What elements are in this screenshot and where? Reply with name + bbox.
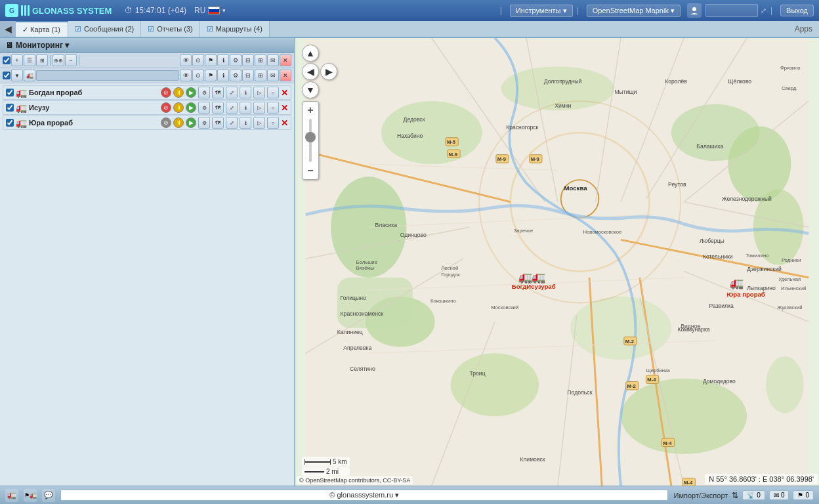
bogdan-circle-btn[interactable]: ○ bbox=[267, 87, 279, 98]
target-btn[interactable]: ⊙ bbox=[192, 54, 204, 66]
vehicle-yura-checkbox[interactable] bbox=[6, 119, 14, 127]
zoom-slider[interactable]: + − bbox=[302, 101, 319, 180]
tab-messages[interactable]: ☑ Сообщения (2) bbox=[68, 21, 141, 37]
exit-button[interactable]: Выход bbox=[780, 5, 814, 16]
isuzu-pause-btn[interactable]: ⏸ bbox=[173, 102, 184, 113]
svg-text:Виднoe: Виднoe bbox=[681, 323, 700, 329]
pan-down-button[interactable]: ▼ bbox=[302, 81, 319, 98]
svg-point-0 bbox=[692, 7, 696, 11]
grid2-btn[interactable]: ⊞ bbox=[255, 70, 266, 81]
tab-reports[interactable]: ☑ Отчеты (3) bbox=[141, 21, 200, 37]
vehicle-isuzu-checkbox[interactable] bbox=[6, 104, 14, 112]
svg-text:🚛: 🚛 bbox=[532, 270, 546, 284]
select-all-checkbox[interactable] bbox=[3, 56, 10, 64]
yura-track-btn[interactable]: ⤢ bbox=[226, 117, 238, 129]
isuzu-play-btn[interactable]: ▶ bbox=[186, 102, 196, 113]
svg-text:Подольск: Подольск bbox=[567, 389, 592, 396]
yura-info-btn[interactable]: ℹ bbox=[240, 117, 251, 129]
tab-back-button[interactable]: ◀ bbox=[0, 21, 16, 37]
isuzu-delete-btn[interactable]: ✕ bbox=[281, 103, 288, 113]
lang-dropdown-icon[interactable]: ▾ bbox=[222, 7, 226, 14]
expand-icon[interactable]: ⤢ bbox=[761, 7, 766, 15]
minus-btn[interactable]: − bbox=[65, 54, 77, 66]
gear-btn[interactable]: ⚙ bbox=[230, 54, 242, 66]
eye2-btn[interactable]: 👁 bbox=[180, 70, 192, 81]
yura-delete-btn[interactable]: ✕ bbox=[281, 118, 288, 128]
list-btn[interactable]: ☰ bbox=[24, 54, 35, 66]
map-provider-button[interactable]: OpenStreetMap Mapnik ▾ bbox=[587, 5, 681, 17]
add-btn[interactable]: + bbox=[11, 54, 23, 66]
isuzu-map-btn[interactable]: 🗺 bbox=[212, 102, 224, 114]
bogdan-track-btn[interactable]: ⤢ bbox=[226, 87, 238, 98]
flag2-btn[interactable]: ⚑ bbox=[205, 70, 217, 81]
tools-menu-button[interactable]: Инструменты ▾ bbox=[510, 5, 573, 17]
isuzu-anim-btn[interactable]: ▷ bbox=[253, 102, 265, 114]
yura-circle-btn[interactable]: ○ bbox=[267, 117, 279, 129]
pan-up-button[interactable]: ▲ bbox=[302, 45, 319, 62]
vehicle-bogdan-checkbox[interactable] bbox=[6, 89, 14, 96]
flag-btn[interactable]: ⚑ bbox=[205, 54, 217, 66]
collapse-btn[interactable]: ▼ bbox=[11, 70, 23, 81]
tabbar: ◀ ✓ Карта (1) ☑ Сообщения (2) ☑ Отчеты (… bbox=[0, 21, 819, 38]
info2-btn[interactable]: ℹ bbox=[217, 70, 229, 81]
bogdan-stop-btn[interactable]: ⊘ bbox=[161, 87, 171, 98]
group-checkbox[interactable] bbox=[3, 72, 10, 79]
status-counter-1[interactable]: 📡 0 bbox=[742, 490, 765, 500]
import-export-label[interactable]: Импорт/Экспорт bbox=[673, 492, 728, 499]
pan-right-button[interactable]: ▶ bbox=[320, 63, 337, 80]
sms2-btn[interactable]: ✉ bbox=[267, 70, 279, 81]
bogdan-delete-btn[interactable]: ✕ bbox=[281, 88, 288, 98]
bogdan-info-btn[interactable]: ℹ bbox=[240, 87, 251, 98]
grid-btn[interactable]: ⊞ bbox=[255, 54, 266, 66]
yura-stop-btn[interactable]: ⊘ bbox=[161, 117, 171, 128]
bogdan-play-btn[interactable]: ▶ bbox=[186, 87, 196, 98]
yura-map-btn[interactable]: 🗺 bbox=[212, 117, 224, 129]
yura-anim-btn[interactable]: ▷ bbox=[253, 117, 265, 129]
bogdan-tools-btn[interactable]: ⚙ bbox=[198, 87, 210, 98]
plus-plus-btn[interactable]: ⊕⊕ bbox=[52, 54, 64, 66]
yura-pause-btn[interactable]: ⏸ bbox=[173, 117, 184, 128]
group-btn[interactable]: ⊞ bbox=[36, 54, 48, 66]
zoom-minus-btn[interactable]: − bbox=[307, 165, 313, 177]
info-btn[interactable]: ℹ bbox=[217, 54, 229, 66]
isuzu-stop-btn[interactable]: ⊘ bbox=[161, 102, 171, 113]
status-track-icon[interactable]: ⚑🚛 bbox=[24, 489, 37, 502]
import-export-icon[interactable]: ⇅ bbox=[732, 491, 738, 500]
monitoring-header[interactable]: 🖥 Мониторинг ▾ bbox=[0, 38, 294, 53]
status-vehicle-icon[interactable]: 🚛 bbox=[5, 489, 18, 502]
bogdan-map-btn[interactable]: 🗺 bbox=[212, 87, 224, 98]
isuzu-circle-btn[interactable]: ○ bbox=[267, 102, 279, 114]
map-area[interactable]: Долгопрудный Мытищи Королёв Щёлково Химк… bbox=[295, 38, 819, 486]
svg-text:Большие: Большие bbox=[356, 259, 377, 265]
svg-text:Реутов: Реутов bbox=[668, 181, 686, 188]
zoom-plus-btn[interactable]: + bbox=[307, 104, 313, 116]
isuzu-tools-btn[interactable]: ⚙ bbox=[198, 102, 210, 114]
sep1 bbox=[50, 55, 51, 66]
bogdan-anim-btn[interactable]: ▷ bbox=[253, 87, 265, 98]
status-url[interactable]: © glonasssystem.ru ▾ bbox=[60, 490, 668, 501]
sms-btn[interactable]: ✉ bbox=[267, 54, 279, 66]
filter-btn[interactable]: ⊟ bbox=[242, 54, 254, 66]
del2-btn[interactable]: ✕ bbox=[280, 70, 291, 81]
pan-left-button[interactable]: ◀ bbox=[302, 63, 319, 80]
svg-text:Мытищи: Мытищи bbox=[614, 89, 637, 95]
tab-reports-label: Отчеты (3) bbox=[157, 25, 193, 33]
user-icon[interactable] bbox=[687, 3, 702, 18]
isuzu-info-btn[interactable]: ℹ bbox=[240, 102, 251, 114]
language-selector[interactable]: RU ▾ bbox=[194, 6, 226, 15]
eye-btn[interactable]: 👁 bbox=[180, 54, 192, 66]
status-counter-2[interactable]: ✉ 0 bbox=[769, 490, 789, 500]
tab-map[interactable]: ✓ Карта (1) bbox=[16, 21, 68, 37]
yura-play-btn[interactable]: ▶ bbox=[186, 117, 196, 128]
gear2-btn[interactable]: ⚙ bbox=[230, 70, 242, 81]
isuzu-track-btn[interactable]: ⤢ bbox=[226, 102, 238, 114]
status-counter-3[interactable]: ⚑ 0 bbox=[793, 490, 814, 500]
target2-btn[interactable]: ⊙ bbox=[192, 70, 204, 81]
bogdan-pause-btn[interactable]: ⏸ bbox=[173, 87, 184, 98]
status-chat-icon[interactable]: 💬 bbox=[42, 489, 55, 502]
yura-tools-btn[interactable]: ⚙ bbox=[198, 117, 210, 129]
svg-text:Балашиха: Балашиха bbox=[696, 143, 723, 150]
delete-btn[interactable]: ✕ bbox=[280, 54, 291, 66]
filter2-btn[interactable]: ⊟ bbox=[242, 70, 254, 81]
tab-routes[interactable]: ☑ Маршруты (4) bbox=[200, 21, 270, 37]
